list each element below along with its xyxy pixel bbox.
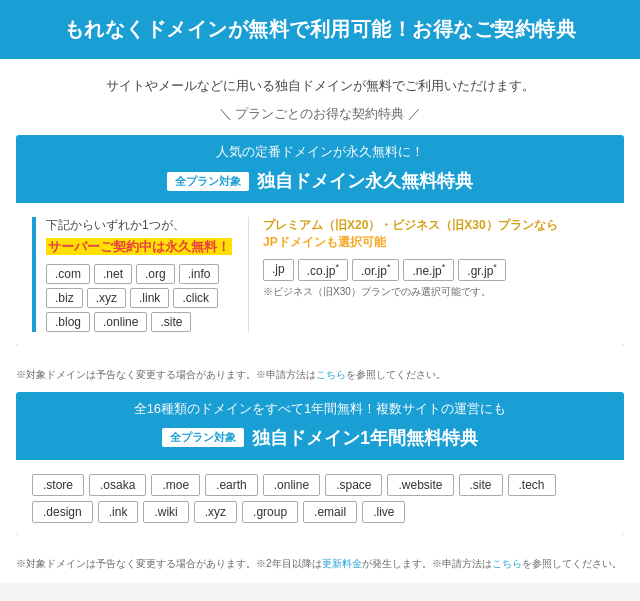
header-title: もれなくドメインが無料で利用可能！お得なご契約特典: [64, 18, 577, 40]
domain-tag-orjp: .or.jp: [352, 259, 400, 281]
section2-container: 全16種類のドメインをすべて1年間無料！複数サイトの運営にも 全プラン対象 独自…: [16, 392, 624, 535]
section2-footer-note: ※対象ドメインは予告なく変更する場合があります。※2年目以降は更新料金が発生しま…: [0, 551, 640, 583]
section2-footer-link2[interactable]: こちら: [492, 558, 522, 569]
section1-footer-note: ※対象ドメインは予告なく変更する場合があります。※申請方法はこちらを参照してくだ…: [0, 362, 640, 392]
domain-tag-net: .net: [94, 264, 132, 284]
domain-tag-blog: .blog: [46, 312, 90, 332]
section1-left-highlight: サーバーご契約中は永久無料！: [46, 238, 232, 256]
domain-tag-nejp: .ne.jp: [403, 259, 454, 281]
section1-left-text1: 下記からいずれか1つが、: [46, 217, 232, 234]
section1-right-title: プレミアム（旧X20）・ビジネス（旧X30）プランなら JPドメインも選択可能: [263, 217, 608, 251]
subtitle-area: サイトやメールなどに用いる独自ドメインが無料でご利用いただけます。: [0, 59, 640, 105]
domain-tag-org: .org: [136, 264, 175, 284]
domain-live: .live: [362, 501, 405, 523]
domain-tag-grjp: .gr.jp: [458, 259, 506, 281]
section1-right-col: プレミアム（旧X20）・ビジネス（旧X30）プランなら JPドメインも選択可能 …: [248, 217, 608, 332]
domain-moe: .moe: [151, 474, 200, 496]
section2-footer-link1[interactable]: 更新料金: [322, 558, 362, 569]
domain-tag-com: .com: [46, 264, 90, 284]
section1-left-domains: .com .net .org .info .biz .xyz .link .cl…: [46, 264, 232, 332]
section1-title: 独自ドメイン永久無料特典: [257, 169, 473, 193]
domain-space: .space: [325, 474, 382, 496]
section2-domains: .store .osaka .moe .earth .online .space…: [32, 474, 608, 523]
domain-online: .online: [263, 474, 320, 496]
domain-xyz: .xyz: [194, 501, 237, 523]
highlight-label: サーバーご契約中は永久無料！: [46, 238, 232, 255]
section1-right-note: ※ビジネス（旧X30）プランでのみ選択可能です。: [263, 285, 608, 299]
section1-header: 人気の定番ドメインが永久無料に！: [16, 135, 624, 165]
domain-store: .store: [32, 474, 84, 496]
section1-inner: 下記からいずれか1つが、 サーバーご契約中は永久無料！ .com .net .o…: [32, 217, 608, 332]
domain-email: .email: [303, 501, 357, 523]
section2-title: 独自ドメイン1年間無料特典: [252, 426, 478, 450]
domain-ink: .ink: [98, 501, 139, 523]
domain-tag-click: .click: [173, 288, 218, 308]
section2-body: .store .osaka .moe .earth .online .space…: [16, 460, 624, 535]
section1-title-row: 全プラン対象 独自ドメイン永久無料特典: [16, 165, 624, 203]
domain-tag-jp: .jp: [263, 259, 294, 281]
domain-tag-biz: .biz: [46, 288, 83, 308]
domain-tag-xyz: .xyz: [87, 288, 126, 308]
domain-tag-site: .site: [151, 312, 191, 332]
section1-right-domains: .jp .co.jp .or.jp .ne.jp .gr.jp: [263, 259, 608, 281]
main-header: もれなくドメインが無料で利用可能！お得なご契約特典: [0, 0, 640, 59]
section1-container: 人気の定番ドメインが永久無料に！ 全プラン対象 独自ドメイン永久無料特典 下記か…: [16, 135, 624, 346]
domain-osaka: .osaka: [89, 474, 146, 496]
section1-footer-link[interactable]: こちら: [316, 369, 346, 380]
section1-left-col: 下記からいずれか1つが、 サーバーご契約中は永久無料！ .com .net .o…: [32, 217, 232, 332]
domain-site: .site: [459, 474, 503, 496]
domain-tag-info: .info: [179, 264, 220, 284]
domain-tag-cojp: .co.jp: [298, 259, 348, 281]
section1-badge: 全プラン対象: [167, 172, 249, 191]
domain-tag-online: .online: [94, 312, 147, 332]
plan-section-label: ＼ プランごとのお得な契約特典 ／: [0, 105, 640, 123]
section2-title-row: 全プラン対象 独自ドメイン1年間無料特典: [16, 422, 624, 460]
subtitle-text: サイトやメールなどに用いる独自ドメインが無料でご利用いただけます。: [106, 78, 535, 93]
section1-body: 下記からいずれか1つが、 サーバーご契約中は永久無料！ .com .net .o…: [16, 203, 624, 346]
domain-wiki: .wiki: [143, 501, 188, 523]
section2-badge: 全プラン対象: [162, 428, 244, 447]
domain-design: .design: [32, 501, 93, 523]
domain-tech: .tech: [508, 474, 556, 496]
domain-tag-link: .link: [130, 288, 169, 308]
domain-earth: .earth: [205, 474, 258, 496]
domain-group: .group: [242, 501, 298, 523]
section2-header: 全16種類のドメインをすべて1年間無料！複数サイトの運営にも: [16, 392, 624, 422]
domain-website: .website: [387, 474, 453, 496]
